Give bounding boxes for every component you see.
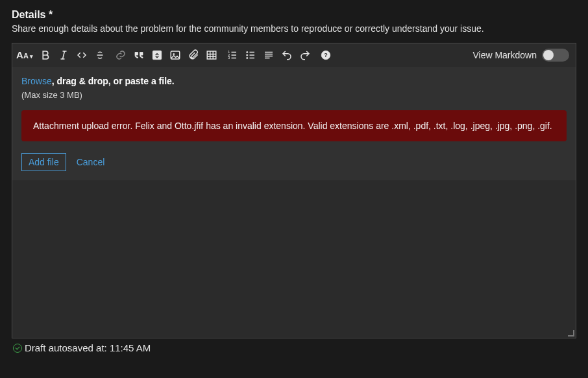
browse-link[interactable]: Browse [21, 76, 52, 86]
add-file-button[interactable]: Add file [21, 153, 66, 171]
attachment-icon[interactable] [188, 49, 199, 61]
svg-text:?: ? [324, 52, 328, 58]
check-circle-icon [13, 344, 22, 353]
expand-icon[interactable] [151, 49, 163, 61]
code-icon[interactable] [76, 49, 88, 61]
resize-handle-icon[interactable] [567, 329, 574, 337]
redo-icon[interactable] [299, 49, 311, 61]
dropzone-instruction: Browse, drag & drop, or paste a file. [21, 76, 567, 86]
svg-text:3: 3 [228, 56, 230, 60]
upload-error-message: Attachment upload error. Felix and Otto.… [21, 110, 567, 141]
dropzone-rest-text: , drag & drop, or paste a file. [52, 76, 175, 86]
section-description: Share enough details about the problem f… [12, 23, 576, 34]
font-size-icon[interactable]: AA▾ [19, 49, 31, 61]
file-dropzone[interactable]: Browse, drag & drop, or paste a file. (M… [12, 67, 576, 180]
svg-point-8 [247, 54, 248, 56]
undo-icon[interactable] [281, 49, 293, 61]
editor-toolbar: AA▾ 123 [12, 43, 576, 67]
view-markdown-toggle[interactable] [542, 49, 569, 62]
image-icon[interactable] [169, 49, 181, 61]
autosave-status: Draft autosaved at: 11:45 AM [12, 342, 576, 353]
table-icon[interactable] [206, 49, 217, 61]
view-markdown-label: View Markdown [472, 50, 537, 60]
section-title: Details * [12, 9, 576, 21]
cancel-link[interactable]: Cancel [77, 157, 105, 167]
editor-container: AA▾ 123 [12, 43, 576, 338]
quote-icon[interactable] [133, 49, 145, 61]
link-icon[interactable] [115, 49, 127, 61]
bold-icon[interactable] [40, 49, 51, 61]
italic-icon[interactable] [58, 49, 69, 61]
help-icon[interactable]: ? [320, 49, 332, 61]
max-size-text: (Max size 3 MB) [21, 90, 567, 100]
svg-point-9 [247, 57, 248, 58]
details-textarea[interactable] [12, 180, 576, 336]
autosave-text: Draft autosaved at: 11:45 AM [25, 342, 151, 353]
svg-point-2 [173, 53, 175, 54]
strikethrough-icon[interactable] [94, 49, 106, 61]
svg-point-7 [247, 51, 248, 53]
paragraph-icon[interactable] [263, 49, 275, 61]
unordered-list-icon[interactable] [245, 49, 256, 61]
svg-rect-3 [207, 51, 216, 59]
ordered-list-icon[interactable]: 123 [227, 49, 238, 61]
